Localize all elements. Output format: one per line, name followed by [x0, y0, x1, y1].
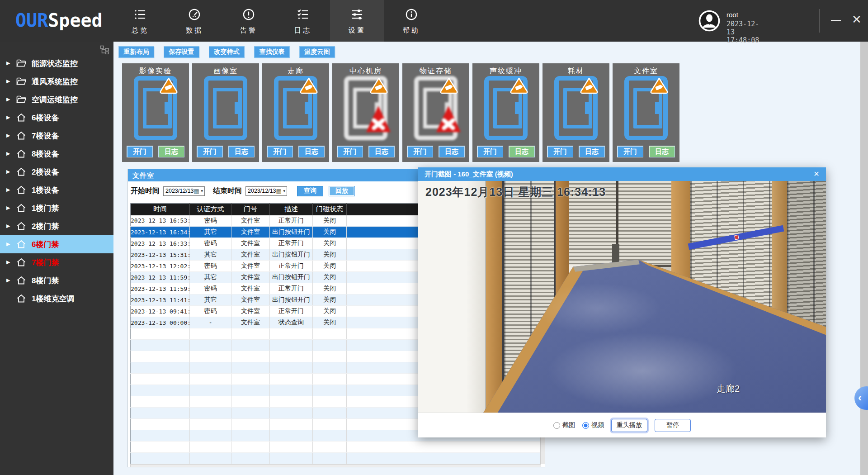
expander-icon[interactable]: ▶	[6, 133, 10, 138]
table-cell: 文件室	[231, 238, 270, 249]
home-icon	[16, 222, 26, 231]
column-header-4[interactable]: 门磁状态	[313, 204, 347, 215]
table-cell: 2023-12-13 11:59:42	[131, 272, 190, 283]
table-cell: 其它	[190, 294, 231, 306]
video-dialog-titlebar[interactable]: 开门截图 - 160_文件室 (视频) ✕	[418, 167, 826, 181]
expander-icon[interactable]: ▶	[6, 151, 10, 157]
door-log-button[interactable]: 日志	[298, 146, 325, 157]
toolbar-button-3[interactable]: 查找仪表	[254, 46, 290, 58]
sidebar-item-13[interactable]: 1楼维克空调	[0, 290, 113, 308]
column-header-3[interactable]: 描述	[270, 204, 313, 215]
sidebar-item-1[interactable]: ▶ 通风系统监控	[0, 72, 113, 90]
door-log-button[interactable]: 日志	[439, 146, 465, 157]
door-log-button[interactable]: 日志	[579, 146, 605, 157]
snapshot-radio[interactable]: 截图	[553, 421, 575, 429]
expander-icon[interactable]: ▶	[6, 277, 10, 283]
expander-icon[interactable]: ▶	[6, 205, 10, 211]
toolbar-button-2[interactable]: 改变样式	[209, 46, 245, 58]
video-radio-label: 视频	[591, 421, 604, 429]
sidebar-item-9[interactable]: ▶ 2楼门禁	[0, 217, 113, 235]
pause-button[interactable]: 暂停	[655, 419, 691, 432]
playback-button[interactable]: 回放	[329, 186, 355, 196]
expander-icon[interactable]: ▶	[6, 187, 10, 193]
nav-tab-4[interactable]: 设置	[330, 0, 384, 42]
sidebar-item-0[interactable]: ▶ 能源状态监控	[0, 54, 113, 72]
replay-button[interactable]: 重头播放	[611, 419, 647, 432]
expander-icon[interactable]: ▶	[6, 223, 10, 229]
close-icon[interactable]: ✕	[811, 169, 821, 179]
open-door-button[interactable]: 开门	[337, 146, 363, 157]
door-card-6[interactable]: 耗材 开门 日志	[542, 63, 609, 162]
door-log-button[interactable]: 日志	[158, 146, 184, 157]
video-radio[interactable]: 视频	[582, 421, 604, 429]
close-window-button[interactable]: ✕	[850, 12, 863, 27]
nav-tab-5[interactable]: 帮助	[384, 0, 439, 42]
toolbar-button-1[interactable]: 保存设置	[164, 46, 199, 58]
tree-view-icon[interactable]	[100, 45, 109, 54]
open-door-button[interactable]: 开门	[617, 146, 643, 157]
door-handle	[585, 102, 589, 114]
door-card-3[interactable]: 中心机房 开门 日志	[332, 63, 399, 162]
door-card-2[interactable]: 走廊 开门 日志	[262, 63, 329, 162]
sidebar-item-11[interactable]: ▶ 7楼门禁	[0, 253, 113, 271]
camera-alarm-icon	[650, 77, 669, 94]
logo-part-white: Speed	[48, 10, 102, 31]
door-card-4[interactable]: 物证存储 开门 日志	[402, 63, 469, 162]
door-card-5[interactable]: 声纹缓冲 开门 日志	[472, 63, 539, 162]
table-cell: 出门按钮开门	[270, 227, 313, 238]
sidebar-item-12[interactable]: ▶ 8楼门禁	[0, 271, 113, 290]
expander-icon[interactable]: ▶	[6, 96, 10, 102]
sidebar-item-4[interactable]: ▶ 7楼设备	[0, 127, 113, 145]
right-scrollbar[interactable]	[860, 42, 868, 475]
sidebar-item-2[interactable]: ▶ 空调运维监控	[0, 90, 113, 109]
sidebar-item-5[interactable]: ▶ 8楼设备	[0, 145, 113, 163]
open-door-button[interactable]: 开门	[197, 146, 223, 157]
table-cell: 出门按钮开门	[270, 272, 313, 283]
expander-icon[interactable]: ▶	[6, 169, 10, 175]
nav-tab-label: 告警	[222, 26, 276, 35]
door-log-button[interactable]: 日志	[228, 146, 255, 157]
column-header-1[interactable]: 认证方式	[190, 204, 231, 215]
end-date-input[interactable]: 2023/12/13 ▦ ▼	[245, 186, 287, 196]
toolbar-button-0[interactable]: 重新布局	[118, 46, 154, 58]
door-log-button[interactable]: 日志	[368, 146, 395, 157]
door-log-button[interactable]: 日志	[509, 146, 535, 157]
expander-icon[interactable]: ▶	[6, 241, 10, 247]
sidebar-item-label: 8楼设备	[32, 149, 59, 159]
nav-tab-2[interactable]: 告警	[222, 0, 276, 42]
calendar-icon: ▦	[276, 188, 282, 195]
start-date-input[interactable]: 2023/12/13 ▦ ▼	[163, 186, 205, 196]
sidebar-item-8[interactable]: ▶ 1楼门禁	[0, 199, 113, 217]
column-header-0[interactable]: 时间	[131, 204, 190, 215]
open-door-button[interactable]: 开门	[547, 146, 573, 157]
radio-icon[interactable]	[553, 422, 560, 429]
expander-icon[interactable]: ▶	[6, 114, 10, 120]
open-door-button[interactable]: 开门	[407, 146, 433, 157]
table-horizontal-scrollbar[interactable]	[130, 464, 541, 467]
open-door-button[interactable]: 开门	[127, 146, 153, 157]
sidebar-item-7[interactable]: ▶ 1楼设备	[0, 181, 113, 199]
door-card-1[interactable]: 画像室 开门 日志	[192, 63, 259, 162]
chevron-down-icon[interactable]: ▼	[200, 189, 204, 193]
radio-selected-icon[interactable]	[582, 422, 589, 429]
open-door-button[interactable]: 开门	[477, 146, 503, 157]
sidebar-item-3[interactable]: ▶ 6楼设备	[0, 109, 113, 127]
query-button[interactable]: 查询	[297, 186, 323, 196]
door-card-7[interactable]: 文件室 开门 日志	[613, 63, 679, 162]
column-header-2[interactable]: 门号	[231, 204, 270, 215]
open-door-button[interactable]: 开门	[267, 146, 293, 157]
minimize-button[interactable]	[829, 14, 843, 27]
sidebar-item-label: 空调运维监控	[32, 95, 78, 105]
door-card-0[interactable]: 影像实验 开门 日志	[122, 63, 189, 162]
nav-tab-1[interactable]: 数据	[167, 0, 222, 42]
expander-icon[interactable]: ▶	[6, 78, 10, 84]
nav-tab-0[interactable]: 总览	[113, 0, 167, 42]
expander-icon[interactable]: ▶	[6, 60, 10, 66]
nav-tab-3[interactable]: 日志	[276, 0, 330, 42]
expander-icon[interactable]: ▶	[6, 259, 10, 265]
toolbar-button-4[interactable]: 温度云图	[299, 46, 335, 58]
chevron-down-icon[interactable]: ▼	[283, 189, 286, 193]
sidebar-item-6[interactable]: ▶ 2楼设备	[0, 163, 113, 181]
door-log-button[interactable]: 日志	[649, 146, 675, 157]
sidebar-item-10[interactable]: ▶ 6楼门禁	[0, 235, 113, 253]
